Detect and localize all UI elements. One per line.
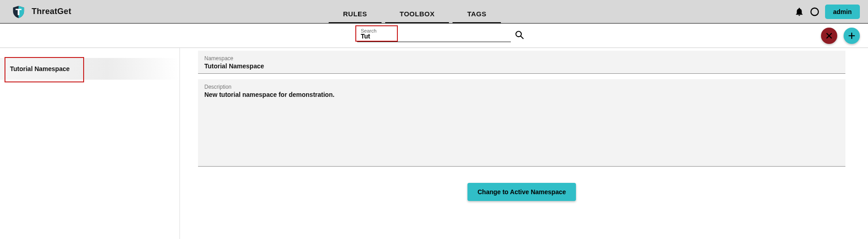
- svg-point-0: [811, 8, 819, 15]
- sidebar-item-namespace[interactable]: Tutorial Namespace: [0, 58, 179, 80]
- status-button[interactable]: [810, 7, 820, 17]
- delete-button[interactable]: [821, 28, 837, 44]
- nav-toolbox[interactable]: TOOLBOX: [385, 10, 449, 23]
- close-icon: [825, 32, 833, 40]
- logo-wrap: ThreatGet: [12, 5, 71, 19]
- search-row-actions: [821, 28, 860, 44]
- action-row: Change to Active Namespace: [198, 167, 845, 201]
- ring-icon: [810, 7, 820, 17]
- details-panel: Namespace Tutorial Namespace Description…: [180, 48, 868, 239]
- plus-icon: [848, 32, 856, 40]
- nav-rules[interactable]: RULES: [329, 10, 382, 23]
- add-button[interactable]: [844, 28, 860, 44]
- description-field-label: Description: [204, 84, 839, 90]
- main-area: Tutorial Namespace Namespace Tutorial Na…: [0, 48, 868, 239]
- change-active-namespace-button[interactable]: Change to Active Namespace: [467, 183, 576, 201]
- bell-icon: [794, 7, 804, 17]
- nav-tags[interactable]: TAGS: [453, 10, 501, 23]
- main-nav: RULES TOOLBOX TAGS: [327, 0, 503, 23]
- description-field-value: New tutorial namespace for demonstration…: [204, 91, 839, 98]
- search-label: Search: [361, 28, 377, 33]
- namespace-field-label: Namespace: [204, 55, 839, 62]
- namespace-field[interactable]: Namespace Tutorial Namespace: [198, 51, 845, 74]
- search-input[interactable]: [357, 29, 511, 42]
- sidebar: Tutorial Namespace: [0, 48, 180, 239]
- svg-line-2: [521, 36, 524, 39]
- search-wrap: Search: [357, 29, 511, 42]
- app-header: ThreatGet RULES TOOLBOX TAGS admin: [0, 0, 868, 24]
- search-row: Search: [0, 24, 868, 48]
- namespace-field-value: Tutorial Namespace: [204, 62, 839, 70]
- user-menu[interactable]: admin: [825, 5, 860, 19]
- app-logo-icon: [12, 5, 25, 19]
- search-button[interactable]: [514, 30, 524, 41]
- app-title: ThreatGet: [32, 7, 71, 16]
- search-icon: [514, 30, 524, 40]
- notifications-button[interactable]: [794, 7, 804, 17]
- header-right: admin: [794, 5, 860, 19]
- description-field[interactable]: Description New tutorial namespace for d…: [198, 79, 845, 167]
